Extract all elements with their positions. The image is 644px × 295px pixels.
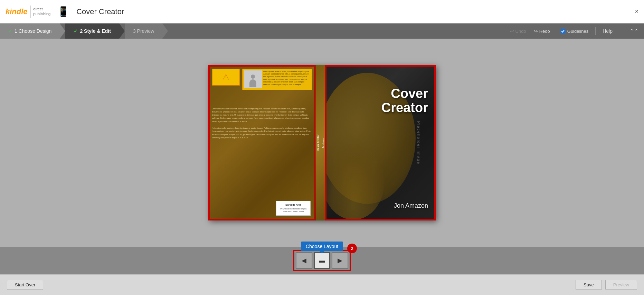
kindle-label: kindle [6, 7, 28, 16]
step1-check: ✓ [8, 28, 12, 34]
layout-back-button[interactable]: ◀ [296, 252, 312, 269]
layout-toolbar: 2 Choose Layout ◀ ▬ ▶ [0, 247, 644, 274]
publishing-label: directpublishing [34, 7, 51, 16]
nav-arrow-1 [60, 23, 65, 39]
layout-center-button[interactable]: ▬ [314, 252, 330, 269]
nav-arrow-3 [162, 23, 168, 39]
help-button[interactable]: Help [597, 28, 618, 34]
front-title: CoverCreator [381, 87, 428, 116]
warning-triangle-icon: ⚠ [222, 71, 230, 83]
step2-nav[interactable]: ✓ 2 Style & Edit [65, 23, 119, 39]
book-preview: ⚠ Lorem ipsum dolor sit amet, consect [0, 39, 644, 247]
step3-nav[interactable]: 3 Preview [125, 23, 162, 39]
guidelines-label[interactable]: Guidelines [561, 29, 588, 34]
back-main-text: Lorem ipsum dolor sit amet, consectetur … [212, 107, 312, 140]
kindle-logo: kindle directpublishing [6, 6, 50, 18]
step1-label: 1 Choose Design [15, 28, 51, 34]
spine: Cover Creator Jon Amazon [315, 65, 325, 220]
author-photo-placeholder [244, 70, 262, 88]
step2-check: ✓ [74, 28, 78, 34]
layout-forward-button[interactable]: ▶ [332, 252, 348, 269]
warning-overlay: ⚠ [212, 69, 240, 86]
footer-center: Save Preview [576, 280, 637, 290]
layout-controls-wrapper: 2 Choose Layout ◀ ▬ ▶ [293, 250, 351, 271]
app-header: kindle directpublishing 📱 Cover Creator … [0, 0, 644, 23]
front-author: Jon Amazon [394, 202, 428, 209]
app-title: Cover Creator [76, 7, 124, 16]
close-button[interactable]: × [635, 8, 638, 15]
book-container: ⚠ Lorem ipsum dolor sit amet, consect [208, 65, 436, 220]
step3-label: 3 Preview [133, 28, 154, 34]
step1-nav[interactable]: ✓ 1 Choose Design [0, 23, 60, 39]
main-area: ⚠ Lorem ipsum dolor sit amet, consect [0, 39, 644, 274]
placeholder-image-label: Placeholder Image [417, 121, 421, 165]
layout-buttons-group: ◀ ▬ ▶ [293, 250, 351, 271]
layout-back-icon: ◀ [302, 257, 306, 264]
header-left: kindle directpublishing 📱 Cover Creator [6, 6, 124, 18]
back-cover: ⚠ Lorem ipsum dolor sit amet, consect [208, 65, 315, 220]
layout-center-icon: ▬ [319, 257, 325, 264]
layout-forward-icon: ▶ [338, 257, 342, 264]
nav-divider-2 [595, 27, 596, 35]
undo-icon: ↩ [510, 28, 514, 34]
redo-button[interactable]: ↪ Redo [530, 27, 553, 35]
barcode-area: Barcode Area We will add the barcode for… [276, 201, 311, 215]
guidelines-checkbox[interactable] [561, 29, 565, 33]
nav-actions: ↩ Undo ↪ Redo Guidelines [501, 27, 594, 35]
footer: Start Over Save Preview [0, 274, 644, 295]
undo-button[interactable]: ↩ Undo [506, 27, 530, 35]
nav-divider-3 [621, 27, 621, 35]
redo-icon: ↪ [534, 28, 538, 34]
collapse-button[interactable]: ⌃⌃ [624, 28, 644, 35]
warning-text-content: Lorem ipsum dolor sit amet, consectetur … [263, 70, 310, 86]
start-over-button[interactable]: Start Over [7, 280, 43, 290]
step2-label: 2 Style & Edit [80, 28, 111, 34]
mobile-icon: 📱 [57, 6, 69, 17]
front-cover: CoverCreator Jon Amazon Placeholder Imag… [325, 65, 436, 220]
nav-divider [557, 27, 557, 35]
nav-arrow-2 [119, 23, 125, 39]
logo-divider [30, 6, 31, 18]
spine-text: Cover Creator Jon Amazon [317, 135, 324, 151]
save-button[interactable]: Save [576, 280, 602, 290]
back-cover-content: ⚠ Lorem ipsum dolor sit amet, consect [209, 66, 315, 220]
navbar: ✓ 1 Choose Design ✓ 2 Style & Edit 3 Pre… [0, 23, 644, 39]
preview-button[interactable]: Preview [605, 280, 637, 290]
badge-2: 2 [347, 244, 357, 253]
warning-text-box: Lorem ipsum dolor sit amet, consectetur … [242, 69, 312, 90]
